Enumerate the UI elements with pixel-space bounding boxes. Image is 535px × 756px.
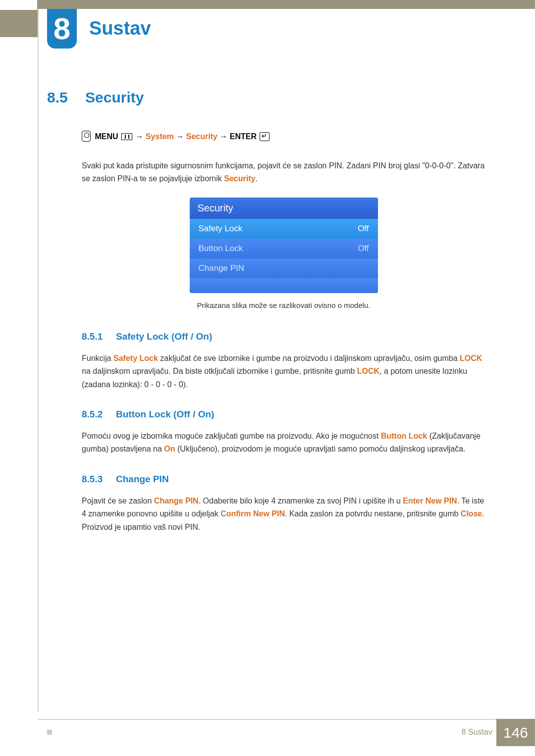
osd-row: Button Lock Off <box>190 239 378 258</box>
osd-row-label: Change PIN <box>199 263 245 273</box>
section-title: Security <box>85 89 144 106</box>
osd-row: Safety Lock Off <box>190 219 378 239</box>
text: Pomoću ovog je izbornika moguće zaključa… <box>82 432 381 440</box>
menu-path-system: System <box>146 132 174 141</box>
subsection-title: Safety Lock (Off / On) <box>116 331 212 342</box>
chapter-title: Sustav <box>89 18 151 39</box>
text: Funkcija <box>82 354 113 362</box>
menu-path-menu: MENU <box>95 132 118 141</box>
section-number: 8.5 <box>47 89 74 106</box>
menu-path-enter: ENTER <box>230 132 257 141</box>
osd-row: Change PIN <box>190 258 378 278</box>
osd-padding <box>190 278 378 293</box>
page-footer: 8 Sustav 146 <box>0 719 535 756</box>
highlight: Safety Lock <box>113 354 158 362</box>
section-heading: 8.5 Security <box>47 89 485 106</box>
subsection-body: Pomoću ovog je izbornika moguće zaključa… <box>82 430 485 456</box>
menu-path: MENU → System → Security → ENTER <box>82 131 485 142</box>
header-notch <box>0 0 37 10</box>
remote-icon <box>82 131 91 142</box>
text: (Uključeno), proizvodom je moguće upravl… <box>175 445 466 453</box>
change-pin-paragraph: Pojavit će se zaslon Change PIN. Odaberi… <box>82 495 485 534</box>
highlight: Enter New PIN <box>403 497 457 505</box>
text: . Kada zaslon za potvrdu nestane, pritis… <box>285 509 461 518</box>
subsection-number: 8.5.3 <box>82 474 109 485</box>
highlight: Confirm New PIN <box>220 509 285 518</box>
footer-page-number: 146 <box>496 719 535 746</box>
subsection-body: Pojavit će se zaslon Change PIN. Odaberi… <box>82 495 485 534</box>
subsection-heading: 8.5.3 Change PIN <box>82 474 485 485</box>
subsection-body: Funkcija Safety Lock zaključat će sve iz… <box>82 352 485 391</box>
highlight: LOCK <box>460 354 482 362</box>
osd-title: Security <box>190 198 378 219</box>
menu-path-arrow: → <box>135 132 143 141</box>
intro-highlight: Security <box>224 174 255 183</box>
left-margin-rule <box>38 9 39 711</box>
enter-icon <box>260 132 269 141</box>
page-content: 8.5 Security MENU → System → Security → … <box>47 89 485 546</box>
menu-path-security: Security <box>186 132 217 141</box>
osd-row-value: Off <box>358 244 369 253</box>
button-lock-paragraph: Pomoću ovog je izbornika moguće zaključa… <box>82 430 485 456</box>
intro-text-post: . <box>255 174 257 183</box>
menu-grid-icon <box>121 133 132 140</box>
highlight: On <box>164 445 175 453</box>
text: . Odaberite bilo koje 4 znamenke za svoj… <box>199 497 403 505</box>
text: Pojavit će se zaslon <box>82 497 154 505</box>
subsection-title: Change PIN <box>116 474 169 485</box>
intro-paragraph: Svaki put kada pristupite sigurnosnim fu… <box>82 159 485 186</box>
subsection-number: 8.5.1 <box>82 331 109 342</box>
text: na daljinskom upravljaču. Da biste otklj… <box>82 367 357 375</box>
subsection-title: Button Lock (Off / On) <box>116 409 214 420</box>
osd-row-value: Off <box>358 224 369 234</box>
menu-path-arrow: → <box>176 132 184 141</box>
header-strip <box>0 0 535 37</box>
menu-path-arrow: → <box>219 132 227 141</box>
osd-panel: Security Safety Lock Off Button Lock Off… <box>190 198 378 293</box>
subsection-number: 8.5.2 <box>82 409 109 420</box>
chapter-number-tab: 8 <box>47 9 77 49</box>
subsection-heading: 8.5.1 Safety Lock (Off / On) <box>82 331 485 342</box>
safety-lock-paragraph: Funkcija Safety Lock zaključat će sve iz… <box>82 352 485 391</box>
highlight: Change PIN <box>154 497 199 505</box>
intro-text-pre: Svaki put kada pristupite sigurnosnim fu… <box>82 161 485 183</box>
text: zaključat će sve izbornike i gumbe na pr… <box>158 354 460 362</box>
osd-row-label: Button Lock <box>199 244 243 253</box>
section-body: MENU → System → Security → ENTER Svaki p… <box>82 131 485 309</box>
subsection-heading: 8.5.2 Button Lock (Off / On) <box>82 409 485 420</box>
footer-rule <box>38 719 535 720</box>
footer-chapter-label: 8 Sustav <box>462 728 492 737</box>
osd-caption: Prikazana slika može se razlikovati ovis… <box>82 301 485 309</box>
highlight: Close <box>461 509 482 518</box>
osd-row-label: Safety Lock <box>199 224 243 234</box>
footer-bullet-icon <box>47 730 52 735</box>
highlight: LOCK <box>357 367 379 375</box>
highlight: Button Lock <box>381 432 427 440</box>
